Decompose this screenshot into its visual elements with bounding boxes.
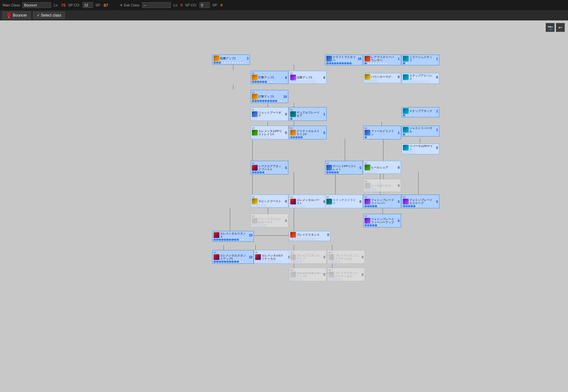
node-strike-up2[interactable]: ≥3 打撃アップ2 10 [251,90,288,103]
spco-input[interactable] [83,2,93,8]
rapid-name: ラピッドブースト [258,200,283,203]
toolbar-icons: 📷 ↩ [546,23,565,32]
heal-bonus-icon [365,183,370,189]
photon-fever-up-icon [365,218,370,224]
deband-name: デバンドPPリストレイト [333,165,357,171]
node-rapid-boost[interactable]: ≥3 ラピッドブースト 0 [251,195,288,208]
switch-icon [326,199,332,204]
node-bouncer-mag[interactable]: バウンサーマグ 0 [363,73,401,83]
bouncer-button[interactable]: 🥊 Bouncer [3,11,31,19]
rapid-icon [252,198,258,204]
node-photon-fever-up[interactable]: ≥3 フォトンブレードフィーバーアップ 5 [363,214,401,227]
el-burst-icon [290,199,296,204]
rapid-ja-req: ≥3 [252,215,287,218]
main-class-label: Main Class [3,3,20,7]
crit-f-icon [290,130,296,136]
break-crit-icon [329,254,334,260]
break-crit-level: 0 [360,255,364,259]
node-break-stance-crit2[interactable]: ≥2 ブレイクスタンスクリティカル 0 [327,268,365,281]
node-rapid-ja[interactable]: ≥3 ラピッドブーストJAボーナス 0 [251,214,288,227]
sub-lv-value: 0 [181,3,183,7]
rapid-ja-icon [252,218,258,224]
node-craft-mastery[interactable]: クラフトマスタリー 10 [325,55,363,65]
node-deband-pp[interactable]: ≥3 デバンドPPリストレイト 5 [325,161,363,174]
rapid-req: ≥3 [252,196,287,198]
node-photon-escape[interactable]: ≥3 フォトンブレードエスケープ 5 [402,195,439,208]
node-step-attack[interactable]: ステップアタック 1 [402,107,439,117]
node-break-stance[interactable]: ブレイクスタンス 0 [289,231,330,241]
rapid-ja-name: ラピッドブーストJAボーナス [258,218,283,224]
node-photon-fever[interactable]: ≥3 フォトンブレードフィーバー 5 [363,195,401,208]
crit-f-level: 5 [322,131,325,135]
node-magic-up1[interactable]: ≥3 法撃アップ1 0 [289,71,327,84]
dual-name: デュアルブレードギア [297,111,321,117]
node-break-stance-up1[interactable]: ≥2 ブレイクスタンスアップ1 0 [289,268,327,281]
node-elemental-pp[interactable]: ≥3 エレメンタルPPリストレイトF 0 [251,126,288,139]
node-elemental-burst[interactable]: ≥3 エレメンタルバースト 0 [289,195,327,208]
node-critical-f[interactable]: ≥3 クリティカルストライクF 5 [289,126,327,139]
undo-button[interactable]: ↩ [556,23,565,32]
sub-class-label: ✦ Sub Class [120,3,140,7]
node-teki-up1[interactable]: 投擲アップ1 3 [212,55,250,65]
break-crit2-req: ≥2 [329,269,364,271]
el-stance-name: エレメンタルスタンス [220,232,248,238]
field-req: ≥3 [365,127,400,129]
connector-v19 [268,207,268,214]
heal-share-icon [365,165,370,170]
el-stance-up1-req: ≥5 [214,251,253,254]
heal-bonus-level: 0 [396,184,400,188]
node-rare-mastery[interactable]: レアマスタリーバウンサー 1 [363,55,401,65]
node-el-stance-up1[interactable]: ≥5 エレメンタルスタンスアップ1 10 [212,250,254,264]
craft-level: 10 [358,57,361,61]
break-stance-icon [290,232,296,238]
strike2-icon [252,94,258,100]
node-reversal-pp[interactable]: リバーサルPPゲイン 0 [402,144,439,154]
node-step-advance[interactable]: ステップアドバンス 0 [402,73,439,84]
connector-v2 [294,64,294,70]
strike-req1: ≥3 [252,72,287,75]
sub-spco-input[interactable] [200,2,210,8]
connector-v18 [418,172,419,194]
sp-value: 87 [103,3,108,8]
sub-class-input[interactable] [142,2,171,8]
photon-fever-req: ≥3 [365,196,400,198]
break-crit2-level: 0 [360,273,364,277]
jet-level: 0 [283,113,287,116]
node-break-stance-up[interactable]: ≥1 ブレイクスタンスアップ 0 [289,250,327,264]
node-heal-bonus[interactable]: ≥5 ヒールボーナス 0 [363,179,401,192]
node-shifta-boost[interactable]: ≥3 シフクエアアタックブースト 5 [251,161,288,174]
break-up-req: ≥1 [290,251,325,254]
node-dual-gear[interactable]: ≥1 デュアルブレードギア 1 [289,107,327,121]
switch-name: スイッチストライク [333,198,357,205]
sub-sp-label: SP: [212,3,218,7]
node-switch-strike[interactable]: ≥3 スイッチストライク 0 [325,195,363,208]
rare-level: 1 [396,57,400,61]
break-crit-req: ≥1 [329,251,364,254]
shifta-req: ≥3 [252,162,287,165]
node-mirage-step[interactable]: ミラージュステップ 1 [402,55,439,65]
heal-share-name: ヒールシェア [371,166,395,169]
node-strike-up1[interactable]: ≥3 打撃アップ1 6 [251,71,288,84]
photon-fever-level: 5 [396,200,400,203]
el-sc-name: エレメンタルSクリティカル [261,254,286,260]
node-jet-gear[interactable]: ≥1 ジェットブーツギア 0 [251,107,288,121]
bouncer-icon: 🥊 [6,13,11,18]
camera-button[interactable]: 📷 [546,23,555,32]
el-burst-name: エレメンタルバースト [297,198,321,205]
shifta-level: 5 [283,166,287,170]
jet-icon [252,111,258,117]
node-elemental-stance[interactable]: エレメンタルスタンス 10 [212,231,254,242]
strike1-level: 6 [283,76,287,79]
connector-v1 [233,64,233,70]
el-stance-icon [214,232,219,238]
main-class-input[interactable] [22,2,51,8]
node-heal-share[interactable]: ≥3 ヒールシェア 0 [363,161,401,174]
photon-fever-up-req: ≥3 [365,215,400,218]
select-class-button[interactable]: ✓ Select class [33,12,65,19]
node-break-stance-crit[interactable]: ≥1 ブレイクスタンスクリティカル 0 [327,250,365,264]
node-el-s-critical[interactable]: ≥3 エレメンタルSクリティカル 0 [254,250,292,264]
lv-label: Lv: [54,3,58,7]
node-field-remain[interactable]: ≥3 フィールドリメイン 1 [363,126,401,139]
node-just-reversal[interactable]: ジャストリバーサル 1 [402,126,439,137]
magic1-icon [290,75,296,80]
